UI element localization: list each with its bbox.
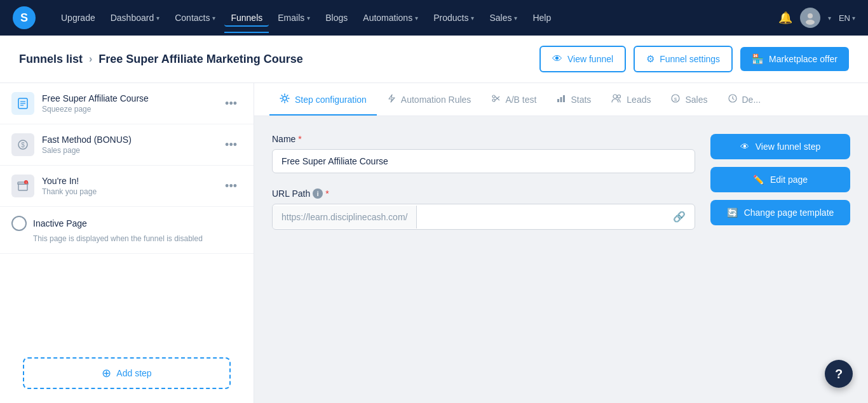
sidebar-item-1[interactable]: $ Fast Method (BONUS) Sales page ••• <box>0 124 254 166</box>
form-section: Name * URL Path i * https://learn.discip… <box>272 134 695 394</box>
svg-point-18 <box>613 95 617 98</box>
header-actions: 👁 View funnel ⚙ Funnel settings 🏪 Market… <box>539 46 849 72</box>
marketplace-offer-button[interactable]: 🏪 Marketplace offer <box>740 47 849 71</box>
nav-item-funnels[interactable]: Funnels <box>224 9 269 27</box>
chevron-down-icon: ▾ <box>828 15 831 22</box>
stats-tab-icon <box>557 94 566 105</box>
main-layout: Free Super Affiliate Course Squeeze page… <box>0 83 868 403</box>
chevron-down-icon: ▾ <box>471 15 474 22</box>
refresh-action-icon: 🔄 <box>727 208 738 218</box>
language-selector[interactable]: EN ▾ <box>839 13 855 23</box>
tab-step-configuration[interactable]: Step configuration <box>269 83 377 116</box>
edit-action-icon: ✏️ <box>753 175 764 185</box>
sidebar-item-type: Thank you page <box>42 187 220 196</box>
edit-page-button[interactable]: ✏️ Edit page <box>710 167 850 192</box>
sales-page-icon: $ <box>11 133 34 156</box>
dollar-tab-icon: $ <box>671 94 680 105</box>
required-indicator: * <box>298 134 301 144</box>
svg-rect-17 <box>563 95 565 102</box>
sidebar-item-2[interactable]: ! You're In! Thank you page ••• <box>0 166 254 207</box>
plus-icon: ⊕ <box>102 366 111 380</box>
svg-rect-16 <box>560 97 562 102</box>
eye-action-icon: 👁 <box>740 142 749 152</box>
link-icon[interactable]: 🔗 <box>664 204 695 229</box>
gear-tab-icon <box>280 93 290 105</box>
nav-item-blogs[interactable]: Blogs <box>319 9 354 27</box>
sidebar-item-name: Free Super Affiliate Course <box>42 93 220 103</box>
store-icon: 🏪 <box>752 53 764 65</box>
svg-text:$: $ <box>674 96 677 102</box>
scissors-tab-icon <box>491 94 500 105</box>
sidebar-item-0[interactable]: Free Super Affiliate Course Squeeze page… <box>0 83 254 124</box>
nav-item-emails[interactable]: Emails ▾ <box>271 9 316 27</box>
tab-ab-test[interactable]: A/B test <box>481 84 546 115</box>
eye-icon: 👁 <box>552 53 562 65</box>
tab-content: Name * URL Path i * https://learn.discip… <box>254 116 868 403</box>
content-area: Step configuration Automation Rules A/B … <box>254 83 868 403</box>
lightning-tab-icon <box>387 94 396 105</box>
view-funnel-button[interactable]: 👁 View funnel <box>539 46 626 72</box>
tab-automation-rules[interactable]: Automation Rules <box>377 84 482 115</box>
logo[interactable]: S <box>13 6 36 29</box>
funnel-settings-button[interactable]: ⚙ Funnel settings <box>634 46 733 72</box>
svg-text:$: $ <box>21 142 25 149</box>
chevron-down-icon: ▾ <box>514 15 517 22</box>
page-header: Funnels list › Free Super Affiliate Mark… <box>0 36 868 83</box>
top-navigation: S Upgrade Dashboard ▾ Contacts ▾ Funnels… <box>0 0 868 36</box>
url-prefix: https://learn.disciplinecash.com/ <box>273 206 417 228</box>
help-button[interactable]: ? <box>825 360 853 388</box>
more-options-icon[interactable]: ••• <box>220 95 242 113</box>
inactive-page-item: Inactive Page This page is displayed whe… <box>0 207 254 254</box>
tab-sales[interactable]: $ Sales <box>661 84 717 115</box>
tab-de[interactable]: De... <box>718 84 771 115</box>
notification-bell-icon[interactable]: 🔔 <box>778 11 792 25</box>
svg-point-19 <box>618 95 621 98</box>
add-step-button[interactable]: ⊕ Add step <box>23 357 231 389</box>
url-input-wrapper: https://learn.disciplinecash.com/ 🔗 <box>272 204 695 230</box>
sidebar-item-info: You're In! Thank you page <box>42 176 220 196</box>
chevron-down-icon: ▾ <box>156 15 159 22</box>
action-buttons: 👁 View funnel step ✏️ Edit page 🔄 Change… <box>710 134 850 394</box>
more-options-icon[interactable]: ••• <box>220 177 242 195</box>
tab-stats[interactable]: Stats <box>546 84 601 115</box>
chevron-down-icon: ▾ <box>307 15 310 22</box>
tabs-bar: Step configuration Automation Rules A/B … <box>254 83 868 116</box>
nav-item-sales[interactable]: Sales ▾ <box>483 9 524 27</box>
avatar[interactable] <box>800 8 820 28</box>
active-indicator <box>224 32 269 33</box>
name-form-group: Name * <box>272 134 695 173</box>
tab-leads[interactable]: Leads <box>601 84 661 115</box>
name-input[interactable] <box>272 149 695 173</box>
nav-item-dashboard[interactable]: Dashboard ▾ <box>104 9 166 27</box>
more-options-icon[interactable]: ••• <box>220 136 242 154</box>
clock-tab-icon <box>728 94 737 105</box>
nav-item-upgrade[interactable]: Upgrade <box>55 9 102 27</box>
inactive-page-description: This page is displayed when the funnel i… <box>33 234 242 244</box>
nav-item-automations[interactable]: Automations ▾ <box>356 9 424 27</box>
chevron-down-icon: ▾ <box>212 15 215 22</box>
svg-point-11 <box>492 95 495 98</box>
sidebar-item-name: Fast Method (BONUS) <box>42 135 220 145</box>
svg-point-12 <box>492 99 495 102</box>
info-icon[interactable]: i <box>313 188 323 199</box>
inactive-page-header: Inactive Page <box>11 216 242 231</box>
nav-item-products[interactable]: Products ▾ <box>427 9 480 27</box>
svg-point-1 <box>806 20 815 25</box>
url-path-form-group: URL Path i * https://learn.disciplinecas… <box>272 188 695 230</box>
inactive-page-label: Inactive Page <box>33 218 87 228</box>
nav-item-help[interactable]: Help <box>526 9 557 27</box>
breadcrumb-parent[interactable]: Funnels list <box>19 53 83 66</box>
url-path-input[interactable] <box>417 206 664 228</box>
page-icon <box>11 92 34 115</box>
svg-rect-15 <box>557 99 559 102</box>
gear-icon: ⚙ <box>646 53 654 65</box>
breadcrumb-separator: › <box>89 53 92 65</box>
sidebar-item-name: You're In! <box>42 176 220 186</box>
name-label: Name * <box>272 134 695 144</box>
view-funnel-step-button[interactable]: 👁 View funnel step <box>710 134 850 159</box>
sidebar-item-type: Sales page <box>42 146 220 155</box>
sidebar-item-type: Squeeze page <box>42 105 220 114</box>
nav-item-contacts[interactable]: Contacts ▾ <box>168 9 222 27</box>
change-page-template-button[interactable]: 🔄 Change page template <box>710 200 850 225</box>
thank-you-icon: ! <box>11 175 34 197</box>
